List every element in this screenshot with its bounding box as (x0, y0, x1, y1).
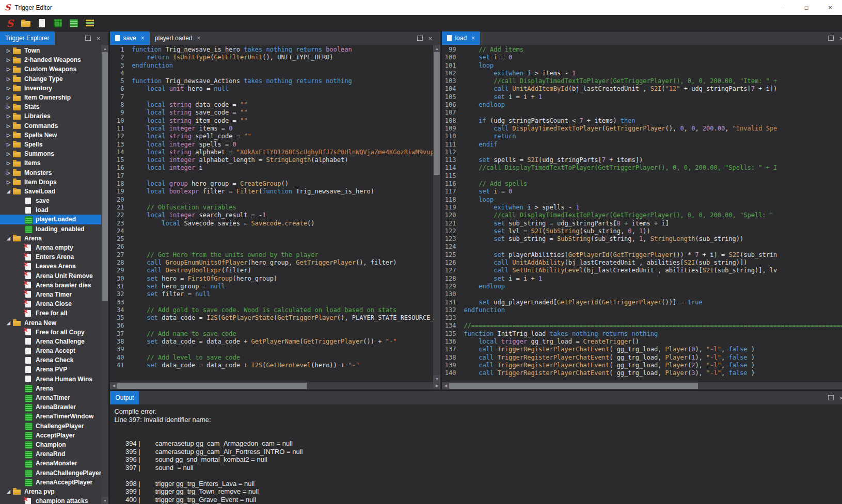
code-line[interactable]: 3endfunction (110, 62, 433, 70)
scroll-down-button[interactable]: ▼ (433, 375, 440, 382)
code-line[interactable]: 103 //call DisplayTimedTextToPlayer(GetT… (442, 77, 842, 85)
code-line[interactable]: 132endfunction (442, 306, 842, 314)
expand-arrow-icon[interactable]: ▷ (4, 160, 13, 166)
code-line[interactable]: 7 (110, 93, 433, 101)
code-line[interactable]: 133 (442, 314, 842, 322)
tree-item-arenamonster[interactable]: ArenaMonster (0, 459, 101, 468)
tree-item-arena-check[interactable]: Arena Check (0, 355, 101, 365)
code-line[interactable]: 124 (442, 243, 842, 251)
tree-item-arena-empty[interactable]: ×Arena empty (0, 243, 101, 252)
code-line[interactable]: 125 set playerAbilities[GetPlayerId(GetT… (442, 251, 842, 259)
expand-arrow-icon[interactable]: ▷ (4, 180, 13, 185)
tree-item-leaves-arena[interactable]: ×Leaves Arena (0, 262, 101, 271)
code-line[interactable]: 116 // Add spells (442, 180, 842, 188)
scroll-up-button[interactable]: ▲ (433, 45, 440, 52)
code-line[interactable]: 140 call TriggerRegisterPlayerChatEvent(… (442, 369, 842, 377)
code-line[interactable]: 27 // Get Hero from the units owned by t… (110, 251, 433, 259)
tree-item-arenachallengeplayer[interactable]: ArenaChallengePlayer (0, 468, 101, 477)
tree-item-free-for-all-copy[interactable]: ×Free for all Copy (0, 328, 101, 337)
tree-item-inventory[interactable]: ▷Inventory (0, 84, 101, 93)
tree-item-spells-new[interactable]: ▷Spells New (0, 131, 101, 140)
code-line[interactable]: 30 set hero = FirstOfGroup(hero_group) (110, 275, 433, 283)
collapse-arrow-icon[interactable]: ◢ (4, 236, 13, 241)
code-line[interactable]: 23 local Savecode savies = Savecode.crea… (110, 220, 433, 227)
tree-item-arena-new[interactable]: ◢Arena New (0, 318, 101, 327)
code-line[interactable]: 32 set filter = null (110, 290, 433, 298)
code-line[interactable]: 6 local unit hero = null (110, 85, 433, 93)
tree-item-arenarnd[interactable]: ArenaRnd (0, 449, 101, 459)
code-line[interactable]: 115 (442, 172, 842, 180)
tree-item-champion-attacks[interactable]: ×champion attacks (0, 496, 101, 504)
code-line[interactable]: 128 set i = i + 1 (442, 275, 842, 283)
tree-item-arena-brawler-dies[interactable]: ×Arena brawler dies (0, 281, 101, 290)
close-button[interactable]: × (818, 0, 842, 15)
tree-item-commands[interactable]: ▷Commands (0, 121, 101, 131)
output-content[interactable]: Compile error.Line 397: Invalid identifi… (110, 404, 842, 504)
code-line[interactable]: 15 local integer alphabet_length = Strin… (110, 156, 433, 164)
code-line[interactable]: 106 endloop (442, 101, 842, 109)
tree-item-enters-arena[interactable]: ×Enters Arena (0, 252, 101, 262)
code-line[interactable]: 18 local group hero_group = CreateGroup(… (110, 180, 433, 188)
code-line[interactable]: 105 set i = i + 1 (442, 93, 842, 101)
tree-item-load[interactable]: load (0, 205, 101, 215)
tree-item-challengeplayer[interactable]: ChallengePlayer (0, 421, 101, 431)
scrollbar-thumb[interactable] (102, 52, 108, 301)
close-tab-icon[interactable]: × (197, 35, 201, 42)
scroll-right-button[interactable]: ▶ (433, 382, 440, 389)
tree-item-arena-close[interactable]: ×Arena Close (0, 299, 101, 308)
close-tab-icon[interactable]: × (471, 35, 475, 42)
code-line[interactable]: 5function Trig_newsave_Actions takes not… (110, 77, 433, 85)
code-line[interactable]: 29 call DestroyBoolExpr(filter) (110, 267, 433, 274)
code-line[interactable]: 26 (110, 243, 433, 251)
expand-arrow-icon[interactable]: ▷ (4, 104, 13, 109)
code-line[interactable]: 11 local integer items = 0 (110, 125, 433, 133)
tree-item-2-handed-weapons[interactable]: ▷2-handed Weapons (0, 55, 101, 64)
code-line[interactable]: 20 (110, 196, 433, 204)
tree-item-libraries[interactable]: ▷Libraries (0, 111, 101, 121)
code-area[interactable]: 99 // Add items100 set i = 0101 loop102 … (442, 45, 842, 382)
code-line[interactable]: 121 set sub_string = udg_stringParts[8 +… (442, 220, 842, 227)
tree-item-item-ownership[interactable]: ▷Item Ownership (0, 93, 101, 102)
tree-item-stats[interactable]: ▷Stats (0, 102, 101, 111)
expand-arrow-icon[interactable]: ▷ (4, 133, 13, 138)
code-line[interactable]: 139 call TriggerRegisterPlayerChatEvent(… (442, 362, 842, 369)
code-line[interactable]: 21 // Obfuscation variables (110, 204, 433, 212)
code-line[interactable]: 130 (442, 290, 842, 298)
code-line[interactable]: 37 // Add name to save code (110, 330, 433, 338)
vertical-scrollbar[interactable]: ▲▼ (433, 45, 440, 382)
expand-arrow-icon[interactable]: ▷ (4, 113, 13, 119)
scrollbar-track[interactable] (433, 52, 440, 375)
code-line[interactable]: 127 call SetUnitAbilityLevel(bj_lastCrea… (442, 267, 842, 274)
tree-item-arena[interactable]: ◢Arena (0, 234, 101, 243)
code-line[interactable]: 111 endif (442, 141, 842, 149)
code-line[interactable]: 108 if (udg_stringPartsCount < 7 + items… (442, 117, 842, 125)
close-tab-icon[interactable]: × (141, 35, 145, 42)
expand-arrow-icon[interactable]: ▷ (4, 57, 13, 62)
trigger-tree[interactable]: ▷Town▷2-handed Weapons▷Custom Weapons▷Ch… (0, 45, 101, 504)
tree-item-arena-human-wins[interactable]: Arena Human Wins (0, 375, 101, 384)
scroll-up-button[interactable]: ▲ (101, 45, 108, 52)
float-panel-icon[interactable] (85, 36, 91, 41)
code-line[interactable]: 104 call UnitAddItemById(bj_lastCreatedU… (442, 85, 842, 93)
expand-arrow-icon[interactable]: ▷ (4, 86, 13, 91)
new-document-icon[interactable] (36, 17, 48, 29)
code-line[interactable]: 100 set i = 0 (442, 54, 842, 61)
scrollbar-thumb[interactable] (449, 383, 698, 389)
tree-item-playerloaded[interactable]: playerLoaded (0, 215, 101, 224)
close-panel-icon[interactable]: × (839, 35, 842, 42)
code-line[interactable]: 39 (110, 346, 433, 353)
scrollbar-thumb[interactable] (434, 52, 440, 175)
code-line[interactable]: 9 local string save_code = "" (110, 109, 433, 117)
code-line[interactable]: 31 set hero_group = null (110, 283, 433, 290)
scrollbar-thumb[interactable] (117, 383, 307, 389)
code-line[interactable]: 120 //call DisplayTimedTextToPlayer(GetT… (442, 212, 842, 219)
horizontal-scrollbar[interactable]: ◀▶ (110, 382, 440, 389)
tree-item-arena-timer[interactable]: ×Arena Timer (0, 290, 101, 299)
code-line[interactable]: 107 (442, 109, 842, 117)
code-line[interactable]: 13 local integer spells = 0 (110, 141, 433, 149)
code-line[interactable]: 99 // Add items (442, 46, 842, 54)
code-line[interactable]: 137 call TriggerRegisterPlayerChatEvent(… (442, 346, 842, 353)
expand-arrow-icon[interactable]: ▷ (4, 151, 13, 156)
code-line[interactable]: 34 // Add gold to save code. Wood is cal… (110, 306, 433, 314)
expand-arrow-icon[interactable]: ▷ (4, 95, 13, 100)
